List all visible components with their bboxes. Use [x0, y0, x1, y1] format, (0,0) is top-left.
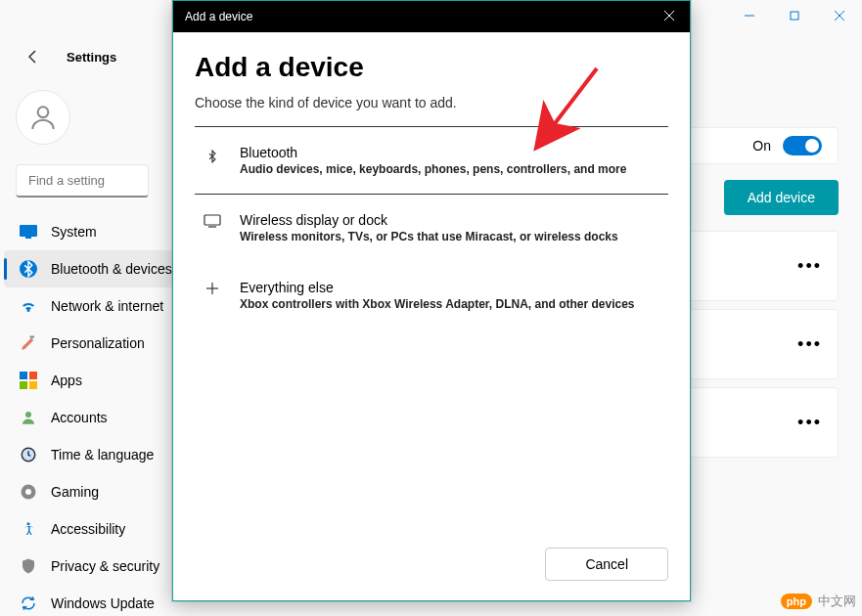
plus-icon: [203, 280, 222, 295]
add-device-dialog: Add a device Add a device Choose the kin…: [172, 0, 691, 601]
window-controls: [727, 0, 862, 31]
search-input[interactable]: [16, 164, 149, 198]
device-option-everything-else[interactable]: Everything else Xbox controllers with Xb…: [195, 262, 668, 330]
device-type-list: Bluetooth Audio devices, mice, keyboards…: [195, 126, 668, 330]
sidebar-item-label: Windows Update: [51, 595, 155, 611]
sidebar-item-label: Gaming: [51, 484, 99, 500]
dialog-heading: Add a device: [195, 52, 668, 83]
dialog-subtitle: Choose the kind of device you want to ad…: [195, 95, 668, 110]
wifi-icon: [20, 297, 37, 315]
back-button[interactable]: [16, 39, 51, 74]
svg-rect-5: [20, 225, 37, 237]
bluetooth-toggle[interactable]: [783, 136, 822, 155]
option-text: Bluetooth Audio devices, mice, keyboards…: [240, 145, 660, 176]
sidebar-item-label: Apps: [51, 373, 82, 388]
account-icon: [20, 409, 37, 426]
shield-icon: [20, 557, 37, 575]
device-option-wireless-display[interactable]: Wireless display or dock Wireless monito…: [195, 195, 668, 262]
sidebar-item-label: Bluetooth & devices: [51, 261, 172, 277]
system-icon: [20, 223, 37, 241]
add-device-button[interactable]: Add device: [724, 180, 839, 215]
option-desc: Audio devices, mice, keyboards, phones, …: [240, 162, 660, 176]
dialog-footer: Cancel: [545, 548, 668, 581]
dialog-content: Add a device Choose the kind of device y…: [173, 32, 690, 349]
sidebar-item-label: Personalization: [51, 335, 145, 351]
svg-rect-1: [791, 12, 798, 20]
svg-rect-11: [29, 381, 37, 389]
clock-icon: [20, 446, 37, 463]
avatar: [16, 90, 70, 145]
dialog-titlebar-text: Add a device: [185, 10, 252, 23]
svg-point-4: [38, 107, 49, 117]
option-desc: Wireless monitors, TVs, or PCs that use …: [240, 230, 660, 243]
watermark-text: 中文网: [818, 593, 856, 610]
option-desc: Xbox controllers with Xbox Wireless Adap…: [240, 297, 660, 311]
svg-point-12: [25, 412, 31, 418]
option-title: Bluetooth: [240, 145, 660, 160]
sidebar-item-label: Accessibility: [51, 521, 125, 537]
apps-icon: [20, 372, 37, 389]
svg-point-15: [25, 489, 31, 495]
option-title: Wireless display or dock: [240, 212, 660, 228]
watermark: php 中文网: [781, 593, 856, 610]
svg-rect-7: [30, 336, 35, 338]
more-icon[interactable]: •••: [797, 413, 822, 433]
option-text: Everything else Xbox controllers with Xb…: [240, 280, 660, 311]
sidebar-item-label: System: [51, 224, 97, 240]
sidebar-item-label: Privacy & security: [51, 558, 159, 574]
bluetooth-icon: [203, 145, 222, 166]
bluetooth-icon: [20, 260, 37, 278]
option-text: Wireless display or dock Wireless monito…: [240, 212, 660, 243]
device-option-bluetooth[interactable]: Bluetooth Audio devices, mice, keyboards…: [195, 127, 668, 195]
display-icon: [203, 212, 222, 228]
dialog-close-button[interactable]: [660, 6, 678, 27]
svg-point-16: [27, 522, 30, 525]
more-icon[interactable]: •••: [797, 334, 822, 355]
svg-rect-8: [20, 372, 27, 379]
sidebar-item-label: Network & internet: [51, 298, 163, 314]
paintbrush-icon: [20, 334, 37, 352]
dialog-titlebar: Add a device: [173, 1, 690, 32]
watermark-badge: php: [781, 594, 812, 609]
gaming-icon: [20, 483, 37, 501]
option-title: Everything else: [240, 280, 660, 295]
minimize-button[interactable]: [727, 0, 772, 31]
svg-rect-19: [204, 215, 220, 225]
more-icon[interactable]: •••: [797, 256, 822, 277]
close-button[interactable]: [817, 0, 862, 31]
update-icon: [20, 594, 37, 612]
page-title: Settings: [67, 50, 116, 65]
sidebar-item-label: Time & language: [51, 447, 154, 462]
svg-rect-10: [20, 381, 27, 389]
toggle-label: On: [752, 138, 771, 154]
maximize-button[interactable]: [772, 0, 817, 31]
sidebar-item-label: Accounts: [51, 410, 108, 425]
svg-rect-6: [25, 237, 31, 239]
svg-rect-9: [29, 372, 37, 379]
cancel-button[interactable]: Cancel: [545, 548, 668, 581]
accessibility-icon: [20, 520, 37, 538]
